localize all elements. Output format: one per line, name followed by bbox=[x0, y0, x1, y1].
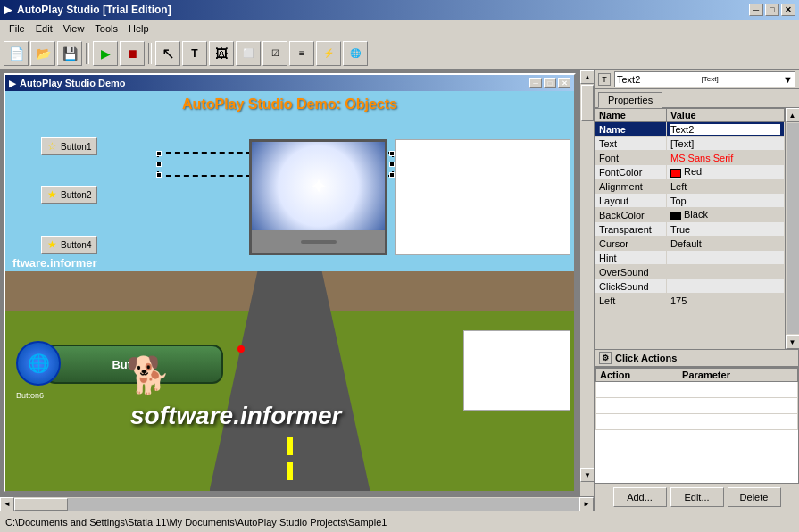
prop-value-11[interactable] bbox=[667, 279, 785, 294]
inner-window: ▶ AutoPlay Studio Demo ─ □ ✕ bbox=[4, 73, 576, 493]
prop-value-10[interactable] bbox=[667, 265, 785, 279]
action-row-2 bbox=[596, 414, 798, 430]
minimize-button[interactable]: ─ bbox=[749, 4, 763, 16]
handle-mr[interactable] bbox=[389, 162, 395, 167]
demo-button2[interactable]: ★ Button2 bbox=[41, 186, 97, 204]
prop-name-7: Transparent bbox=[595, 222, 667, 237]
handle-tr[interactable] bbox=[389, 151, 395, 156]
white-box-bottom bbox=[463, 330, 570, 411]
menu-tools[interactable]: Tools bbox=[89, 21, 123, 36]
internet-tool[interactable]: 🌐 bbox=[343, 41, 368, 66]
status-bar: C:\Documents and Settings\Statia 11\My D… bbox=[0, 511, 799, 532]
canvas-wrapper: ▶ AutoPlay Studio Demo ─ □ ✕ bbox=[0, 70, 594, 511]
prop-value-7[interactable]: True bbox=[667, 222, 785, 237]
globe-icon: 🌐 bbox=[16, 341, 61, 386]
run-button[interactable]: ▶ bbox=[93, 41, 118, 66]
listbox-tool[interactable]: ≡ bbox=[289, 41, 314, 66]
h-scroll-thumb[interactable] bbox=[14, 498, 68, 511]
object-select-dropdown[interactable]: Text2 [Text] ▼ bbox=[614, 71, 795, 87]
object-name: Text2 bbox=[617, 74, 640, 85]
delete-button[interactable]: Delete bbox=[728, 487, 781, 507]
col-name-header: Name bbox=[595, 109, 667, 122]
inner-close[interactable]: ✕ bbox=[558, 78, 570, 88]
open-button[interactable]: 📂 bbox=[30, 41, 55, 66]
action-row-0 bbox=[596, 382, 798, 398]
h-scroll-left[interactable]: ◄ bbox=[0, 497, 14, 511]
demo-button1[interactable]: ☆ Button1 bbox=[41, 137, 97, 155]
prop-value-1[interactable]: [Text] bbox=[667, 137, 785, 151]
edit-button[interactable]: Edit... bbox=[670, 487, 724, 507]
handle-bl[interactable] bbox=[156, 172, 162, 178]
menu-file[interactable]: File bbox=[4, 21, 30, 36]
tab-properties[interactable]: Properties bbox=[598, 92, 662, 108]
prop-name-3: FontColor bbox=[595, 165, 667, 179]
prop-value-4[interactable]: Left bbox=[667, 179, 785, 194]
close-button[interactable]: ✕ bbox=[781, 4, 795, 16]
monitor-screen: ✦ bbox=[252, 142, 385, 230]
btn2-label: Button2 bbox=[61, 190, 91, 200]
prop-value-2[interactable]: MS Sans Serif bbox=[667, 151, 785, 165]
props-scroll-up[interactable]: ▲ bbox=[786, 108, 800, 122]
click-actions-header[interactable]: ⚙ Click Actions bbox=[595, 349, 799, 367]
handle-ml[interactable] bbox=[156, 162, 162, 167]
prop-value-8[interactable]: Default bbox=[667, 237, 785, 251]
h-scroll-right[interactable]: ► bbox=[579, 497, 594, 511]
prop-name-11: ClickSound bbox=[595, 279, 667, 294]
app-title: AutoPlay Studio [Trial Edition] bbox=[17, 4, 171, 16]
image-tool[interactable]: 🖼 bbox=[209, 41, 234, 66]
btn1-label: Button1 bbox=[61, 142, 91, 152]
prop-value-3[interactable]: Red bbox=[667, 165, 785, 179]
colored-value-2: MS Sans Serif bbox=[670, 153, 733, 163]
prop-name-8: Cursor bbox=[595, 237, 667, 251]
props-scrollbar: ▲ ▼ bbox=[785, 108, 799, 349]
white-box-top bbox=[395, 139, 570, 255]
actions-table: Action Parameter bbox=[595, 367, 799, 484]
props-scroll-track bbox=[787, 123, 799, 334]
action-col-header: Action bbox=[596, 369, 678, 382]
prop-value-9[interactable] bbox=[667, 251, 785, 265]
maximize-button[interactable]: □ bbox=[765, 4, 779, 16]
new-button[interactable]: 📄 bbox=[4, 41, 29, 66]
flash-tool[interactable]: ⚡ bbox=[316, 41, 341, 66]
text-tool[interactable]: T bbox=[182, 41, 207, 66]
object-selector: T Text2 [Text] ▼ bbox=[595, 70, 799, 89]
btn6-label: Button6 bbox=[16, 391, 44, 400]
partial-text: ftware.informer bbox=[12, 256, 97, 270]
scroll-down-button[interactable]: ▼ bbox=[580, 468, 594, 482]
prop-value-6[interactable]: Black bbox=[667, 208, 785, 222]
handle-br[interactable] bbox=[389, 172, 395, 178]
button-tool[interactable]: ⬜ bbox=[236, 41, 261, 66]
pointer-tool[interactable]: ↖ bbox=[155, 41, 180, 66]
prop-name-6: BackColor bbox=[595, 208, 667, 222]
main-area: ▶ AutoPlay Studio Demo ─ □ ✕ bbox=[0, 70, 799, 511]
handle-tl[interactable] bbox=[156, 151, 162, 156]
inner-maximize[interactable]: □ bbox=[544, 78, 556, 88]
props-scroll-down[interactable]: ▼ bbox=[786, 335, 800, 349]
demo-scene: AutoPlay Studio Demo: Objects ☆ Button1 … bbox=[5, 91, 574, 491]
scroll-up-button[interactable]: ▲ bbox=[580, 70, 594, 84]
title-bar: ▶ AutoPlay Studio [Trial Edition] ─ □ ✕ bbox=[0, 0, 799, 20]
demo-button4[interactable]: ★ Button4 bbox=[41, 236, 97, 254]
prop-value-5[interactable]: Top bbox=[667, 194, 785, 208]
menu-bar: File Edit View Tools Help bbox=[0, 20, 799, 37]
checkbox-tool[interactable]: ☑ bbox=[262, 41, 287, 66]
right-panel: T Text2 [Text] ▼ Properties Name Valu bbox=[594, 70, 799, 511]
stop-button[interactable]: ⏹ bbox=[120, 41, 145, 66]
props-content: Name Value NameText[Text]FontMS Sans Ser… bbox=[595, 108, 785, 349]
save-button[interactable]: 💾 bbox=[57, 41, 82, 66]
prop-value-input-0[interactable] bbox=[670, 124, 780, 135]
inner-minimize[interactable]: ─ bbox=[529, 78, 542, 88]
menu-view[interactable]: View bbox=[58, 21, 90, 36]
menu-help[interactable]: Help bbox=[123, 21, 154, 36]
scroll-thumb[interactable] bbox=[581, 85, 594, 121]
menu-edit[interactable]: Edit bbox=[30, 21, 58, 36]
add-button[interactable]: Add... bbox=[613, 487, 667, 507]
prop-value-12[interactable]: 175 bbox=[667, 294, 785, 308]
prop-value-0[interactable] bbox=[667, 122, 785, 137]
prop-name-10: OverSound bbox=[595, 265, 667, 279]
object-text-value: [Text] bbox=[702, 75, 719, 83]
prop-name-12: Left bbox=[595, 294, 667, 308]
dropdown-arrow[interactable]: ▼ bbox=[783, 74, 793, 85]
monitor-box: ✦ bbox=[249, 139, 387, 255]
col-value-header: Value bbox=[667, 109, 785, 122]
